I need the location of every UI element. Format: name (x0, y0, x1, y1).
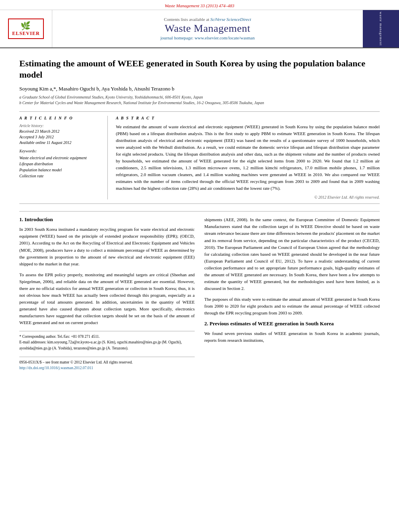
affiliations: a Graduate School of Global Environmenta… (19, 94, 380, 106)
keyword-3: Population balance model (19, 167, 99, 173)
journal-title: Waste Management (165, 23, 250, 35)
available-date: Available online 11 August 2012 (19, 140, 99, 146)
footnote-email: E-mail addresses: kim.soyoung.72a@st.kyo… (19, 339, 195, 351)
issn-text: 0956-0531X/$ – see front matter © 2012 E… (19, 359, 195, 365)
section2-heading: 2. Previous estimates of WEEE generation… (204, 320, 380, 327)
elsevier-tree-icon: 🌿 (12, 21, 40, 31)
article-title: Estimating the amount of WEEE generated … (19, 58, 380, 81)
article-info-panel: A R T I C L E I N F O Article history: R… (19, 116, 108, 199)
elsevier-logo-area: 🌿 ELSEVIER (0, 10, 52, 47)
article-history-block: Article history: Received 23 March 2012 … (19, 123, 99, 146)
left-body-column: 1. Introduction In 2003 South Korea inst… (19, 216, 195, 371)
sciverse-line: Contents lists available at SciVerse Sci… (164, 17, 251, 22)
keyword-4: Collection rate (19, 173, 99, 179)
main-content: Estimating the amount of WEEE generated … (0, 48, 399, 381)
received-date: Received 23 March 2012 (19, 129, 99, 134)
authors-line: Soyoung Kim a,*, Masahiro Oguchi b, Aya … (19, 86, 380, 92)
footnote-corresponding: * Corresponding author. Tel./fax: +81 07… (19, 334, 195, 339)
sciverse-link[interactable]: SciVerse ScienceDirect (210, 17, 251, 22)
history-label: Article history: (19, 123, 99, 128)
homepage-url[interactable]: www.elsevier.com/locate/wasman (195, 35, 255, 40)
affiliation-b: b Center for Material Cycles and Waste M… (19, 100, 380, 106)
right-logo-text: waste management (379, 12, 383, 46)
footnotes-area: * Corresponding author. Tel./fax: +81 07… (19, 331, 195, 351)
right-body-column: shipments (AEE, 2008). In the same conte… (204, 216, 380, 371)
section-divider (19, 211, 380, 212)
elsevier-banner: 🌿 ELSEVIER Contents lists available at S… (0, 10, 399, 48)
elsevier-logo: 🌿 ELSEVIER (8, 18, 44, 39)
section1-para1: In 2003 South Korea instituted a mandato… (19, 226, 195, 267)
abstract-panel: A B S T R A C T We estimated the amount … (108, 116, 380, 199)
keywords-block: Keywords: Waste electrical and electroni… (19, 149, 99, 179)
authors-text: Soyoung Kim a,*, Masahiro Oguchi b, Aya … (19, 86, 174, 92)
email-label: E-mail addresses: (19, 340, 46, 344)
affiliation-a: a Graduate School of Global Environmenta… (19, 94, 380, 100)
section1-para2: To assess the EPR policy properly, monit… (19, 271, 195, 326)
section1-right-para1: shipments (AEE, 2008). In the same conte… (204, 216, 380, 292)
info-abstract-section: A R T I C L E I N F O Article history: R… (19, 111, 380, 204)
keyword-2: Lifespan distribution (19, 161, 99, 167)
journal-header: Waste Management 33 (2013) 474–483 (0, 0, 399, 10)
keywords-label: Keywords: (19, 149, 99, 153)
journal-right-logo: waste management (363, 10, 399, 47)
article-info-heading: A R T I C L E I N F O (19, 116, 99, 120)
body-columns: 1. Introduction In 2003 South Korea inst… (19, 216, 380, 371)
keyword-1: Waste electrical and electronic equipmen… (19, 155, 99, 161)
section1-heading: 1. Introduction (19, 216, 195, 223)
copyright-line: © 2012 Elsevier Ltd. All rights reserved… (116, 195, 380, 199)
section2-para1: We found seven previous studies of WEEE … (204, 330, 380, 344)
section1-right-para2: The purposes of this study were to estim… (204, 296, 380, 316)
issn-block: 0956-0531X/$ – see front matter © 2012 E… (19, 357, 195, 371)
abstract-heading: A B S T R A C T (116, 116, 380, 120)
abstract-text: We estimated the amount of waste electri… (116, 123, 380, 192)
banner-center: Contents lists available at SciVerse Sci… (52, 10, 363, 47)
journal-reference: Waste Management 33 (2013) 474–483 (165, 3, 234, 8)
journal-homepage: journal homepage: www.elsevier.com/locat… (160, 35, 255, 40)
doi-link[interactable]: http://dx.doi.org/10.1016/j.wasman.2012.… (19, 365, 195, 371)
accepted-date: Accepted 3 July 2012 (19, 134, 99, 140)
